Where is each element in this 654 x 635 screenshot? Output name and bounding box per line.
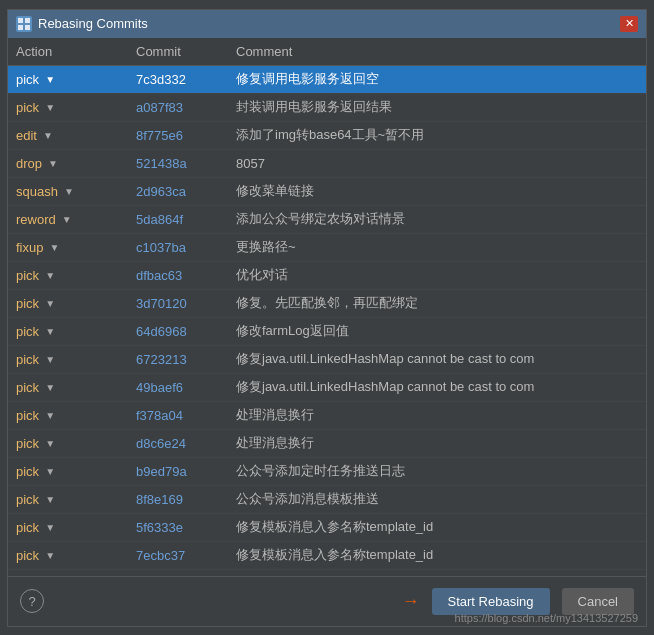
- commit-hash: 5da864f: [136, 212, 236, 227]
- svg-rect-1: [25, 18, 30, 23]
- window-title: Rebasing Commits: [38, 16, 614, 31]
- table-row[interactable]: reword ▼ 5da864f 添加公众号绑定农场对话情景: [8, 206, 646, 234]
- action-cell: reword ▼: [16, 212, 136, 227]
- cancel-button[interactable]: Cancel: [562, 588, 634, 615]
- action-label: edit: [16, 128, 37, 143]
- action-dropdown-icon[interactable]: ▼: [43, 324, 57, 338]
- commit-hash: d8c6e24: [136, 436, 236, 451]
- svg-rect-3: [25, 25, 30, 30]
- action-cell: pick ▼: [16, 324, 136, 339]
- action-cell: pick ▼: [16, 352, 136, 367]
- table-body[interactable]: pick ▼ 7c3d332 修复调用电影服务返回空 pick ▼ a087f8…: [8, 66, 646, 576]
- table-row[interactable]: pick ▼ d8c6e24 处理消息换行: [8, 430, 646, 458]
- action-cell: pick ▼: [16, 100, 136, 115]
- action-label: squash: [16, 184, 58, 199]
- action-dropdown-icon[interactable]: ▼: [43, 436, 57, 450]
- commit-comment: 更换路径~: [236, 238, 638, 256]
- commit-comment: 修复模板消息入参名称template_id: [236, 546, 638, 564]
- arrow-decoration: →: [402, 591, 420, 612]
- table-row[interactable]: edit ▼ 8f775e6 添加了img转base64工具~暂不用: [8, 122, 646, 150]
- svg-rect-2: [18, 25, 23, 30]
- commits-table: Action Commit Comment pick ▼ 7c3d332 修复调…: [8, 38, 646, 576]
- action-dropdown-icon[interactable]: ▼: [43, 548, 57, 562]
- table-row[interactable]: pick ▼ 64d6968 修改farmLog返回值: [8, 318, 646, 346]
- action-cell: squash ▼: [16, 184, 136, 199]
- action-label: reword: [16, 212, 56, 227]
- commit-comment: 封装调用电影服务返回结果: [236, 98, 638, 116]
- table-row[interactable]: fixup ▼ c1037ba 更换路径~: [8, 234, 646, 262]
- action-label: pick: [16, 436, 39, 451]
- action-dropdown-icon[interactable]: ▼: [43, 492, 57, 506]
- action-dropdown-icon[interactable]: ▼: [43, 100, 57, 114]
- commit-hash: 64d6968: [136, 324, 236, 339]
- action-label: pick: [16, 296, 39, 311]
- action-label: pick: [16, 464, 39, 479]
- action-dropdown-icon[interactable]: ▼: [60, 212, 74, 226]
- action-label: pick: [16, 324, 39, 339]
- start-rebasing-button[interactable]: Start Rebasing: [432, 588, 550, 615]
- svg-rect-0: [18, 18, 23, 23]
- action-cell: edit ▼: [16, 128, 136, 143]
- commit-hash: 8f8e169: [136, 492, 236, 507]
- action-cell: pick ▼: [16, 408, 136, 423]
- commit-hash: b9ed79a: [136, 464, 236, 479]
- commit-hash: 49baef6: [136, 380, 236, 395]
- commit-comment: 添加公众号绑定农场对话情景: [236, 210, 638, 228]
- action-dropdown-icon[interactable]: ▼: [43, 296, 57, 310]
- action-dropdown-icon[interactable]: ▼: [62, 184, 76, 198]
- commit-comment: 添加了img转base64工具~暂不用: [236, 126, 638, 144]
- table-row[interactable]: squash ▼ 2d963ca 修改菜单链接: [8, 178, 646, 206]
- table-row[interactable]: pick ▼ 3d70120 修复。先匹配换邻，再匹配绑定: [8, 290, 646, 318]
- commit-hash: c1037ba: [136, 240, 236, 255]
- action-label: pick: [16, 100, 39, 115]
- commit-hash: 6723213: [136, 352, 236, 367]
- commit-comment: 修改菜单链接: [236, 182, 638, 200]
- commit-comment: 修复。先匹配换邻，再匹配绑定: [236, 294, 638, 312]
- table-row[interactable]: pick ▼ 7c3d332 修复调用电影服务返回空: [8, 66, 646, 94]
- action-dropdown-icon[interactable]: ▼: [43, 268, 57, 282]
- action-dropdown-icon[interactable]: ▼: [46, 156, 60, 170]
- action-cell: pick ▼: [16, 72, 136, 87]
- commit-hash: 7ecbc37: [136, 548, 236, 563]
- header-commit: Commit: [136, 44, 236, 59]
- table-row[interactable]: pick ▼ dfbac63 优化对话: [8, 262, 646, 290]
- table-header: Action Commit Comment: [8, 38, 646, 66]
- table-row[interactable]: pick ▼ 8f8e169 公众号添加消息模板推送: [8, 486, 646, 514]
- action-dropdown-icon[interactable]: ▼: [43, 464, 57, 478]
- commit-comment: 修改farmLog返回值: [236, 322, 638, 340]
- action-label: pick: [16, 408, 39, 423]
- commit-hash: 5f6333e: [136, 520, 236, 535]
- commit-hash: 2d963ca: [136, 184, 236, 199]
- table-row[interactable]: pick ▼ b9ed79a 公众号添加定时任务推送日志: [8, 458, 646, 486]
- commit-comment: 处理消息换行: [236, 406, 638, 424]
- action-label: pick: [16, 492, 39, 507]
- action-dropdown-icon[interactable]: ▼: [43, 408, 57, 422]
- action-label: pick: [16, 72, 39, 87]
- action-dropdown-icon[interactable]: ▼: [43, 352, 57, 366]
- action-cell: pick ▼: [16, 436, 136, 451]
- commit-hash: dfbac63: [136, 268, 236, 283]
- action-label: pick: [16, 548, 39, 563]
- help-button[interactable]: ?: [20, 589, 44, 613]
- action-cell: pick ▼: [16, 296, 136, 311]
- action-dropdown-icon[interactable]: ▼: [43, 380, 57, 394]
- table-row[interactable]: pick ▼ 7ecbc37 修复模板消息入参名称template_id: [8, 542, 646, 570]
- table-row[interactable]: pick ▼ a087f83 封装调用电影服务返回结果: [8, 94, 646, 122]
- table-row[interactable]: pick ▼ 49baef6 修复java.util.LinkedHashMap…: [8, 374, 646, 402]
- table-row[interactable]: pick ▼ f378a04 处理消息换行: [8, 402, 646, 430]
- action-dropdown-icon[interactable]: ▼: [43, 72, 57, 86]
- action-dropdown-icon[interactable]: ▼: [47, 240, 61, 254]
- close-button[interactable]: ✕: [620, 16, 638, 32]
- action-cell: drop ▼: [16, 156, 136, 171]
- table-row[interactable]: drop ▼ 521438a 8057: [8, 150, 646, 178]
- commit-hash: 8f775e6: [136, 128, 236, 143]
- table-row[interactable]: pick ▼ 5f6333e 修复模板消息入参名称template_id: [8, 514, 646, 542]
- action-cell: pick ▼: [16, 492, 136, 507]
- action-label: drop: [16, 156, 42, 171]
- table-row[interactable]: pick ▼ 6723213 修复java.util.LinkedHashMap…: [8, 346, 646, 374]
- action-dropdown-icon[interactable]: ▼: [43, 520, 57, 534]
- commit-comment: 处理消息换行: [236, 434, 638, 452]
- main-window: Rebasing Commits ✕ Action Commit Comment…: [7, 9, 647, 627]
- action-label: pick: [16, 352, 39, 367]
- action-dropdown-icon[interactable]: ▼: [41, 128, 55, 142]
